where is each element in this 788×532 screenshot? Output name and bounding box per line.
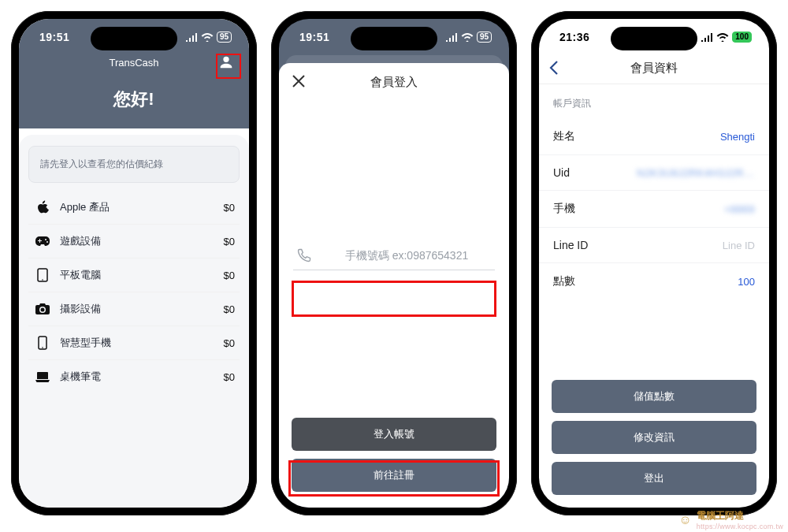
category-row[interactable]: 智慧型手機$0 [28,326,240,360]
category-label: 桌機筆電 [60,370,101,384]
category-label: 遊戲設備 [60,234,101,248]
phone-mock-3: 21:36 100 會員資料 帳戶資訊 姓名 Shengti Uid [531,11,777,515]
category-row[interactable]: 遊戲設備$0 [28,225,240,259]
camera-icon [33,303,52,314]
category-row[interactable]: 桌機筆電$0 [28,360,240,393]
category-label: 平板電腦 [60,268,101,282]
topup-button[interactable]: 儲值點數 [552,380,756,413]
tablet-icon [33,268,52,282]
category-label: 攝影設備 [60,302,101,316]
category-amount: $0 [224,371,235,383]
category-row[interactable]: Apple 產品$0 [28,191,240,225]
logout-button[interactable]: 登出 [552,462,756,495]
wifi-icon [461,32,474,42]
category-label: Apple 產品 [60,200,110,214]
gamepad-icon [33,236,52,247]
phone-input-row[interactable] [293,241,495,270]
sheet-title: 會員登入 [292,75,496,90]
phone-icon [33,336,52,350]
info-row-mobile: 手機 +8869 [539,191,769,228]
info-row-lineid: Line ID Line ID [539,228,769,263]
watermark-url: https://www.kocpc.com.tw [697,523,783,530]
category-amount: $0 [224,337,235,349]
category-row[interactable]: 攝影設備$0 [28,292,240,326]
edit-info-button[interactable]: 修改資訊 [552,421,756,454]
battery-indicator: 100 [732,32,752,43]
status-time: 19:51 [39,31,69,43]
category-label: 智慧型手機 [60,336,111,350]
signal-icon [445,33,458,42]
login-button[interactable]: 登入帳號 [292,418,496,451]
greeting-text: 您好! [19,73,249,114]
phone-icon [296,247,314,263]
app-title: TransCash [109,57,158,69]
phone-number-input[interactable] [322,249,492,262]
register-button[interactable]: 前往註冊 [292,459,496,492]
wifi-icon [201,32,214,42]
status-time: 21:36 [559,31,589,43]
info-row-points: 點數 100 [539,263,769,299]
info-row-uid: Uid N2K3U8J2RK4H3J2R9T0Qe4c5u6t [539,155,769,191]
page-title: 會員資料 [548,61,760,76]
watermark: ☺ 電腦王阿達 https://www.kocpc.com.tw [678,509,783,530]
battery-indicator: 95 [477,32,492,43]
status-time: 19:51 [299,31,329,43]
watermark-logo-icon: ☺ [678,513,691,527]
signal-icon [185,33,198,42]
category-amount: $0 [224,270,235,281]
wifi-icon [716,32,729,42]
section-label: 帳戶資訊 [539,84,769,118]
category-amount: $0 [224,202,235,214]
dynamic-island [351,27,437,50]
profile-button[interactable] [217,54,236,73]
svg-point-1 [42,279,43,281]
signal-icon [701,33,713,42]
battery-indicator: 95 [217,32,232,43]
svg-point-3 [42,347,43,348]
category-amount: $0 [224,236,235,247]
laptop-icon [33,371,52,382]
info-row-name: 姓名 Shengti [539,118,769,155]
dynamic-island [611,27,697,50]
apple-icon [33,200,52,214]
watermark-text: 電腦王阿達 [697,510,744,521]
category-amount: $0 [224,303,235,315]
phone-mock-1: 19:51 95 TransCash 您好! 請先登 [11,11,257,515]
login-hint-banner[interactable]: 請先登入以查看您的估價紀錄 [28,146,240,183]
dynamic-island [91,27,177,50]
category-row[interactable]: 平板電腦$0 [28,259,240,292]
phone-mock-2: 19:51 95 會員登入 [271,11,517,515]
